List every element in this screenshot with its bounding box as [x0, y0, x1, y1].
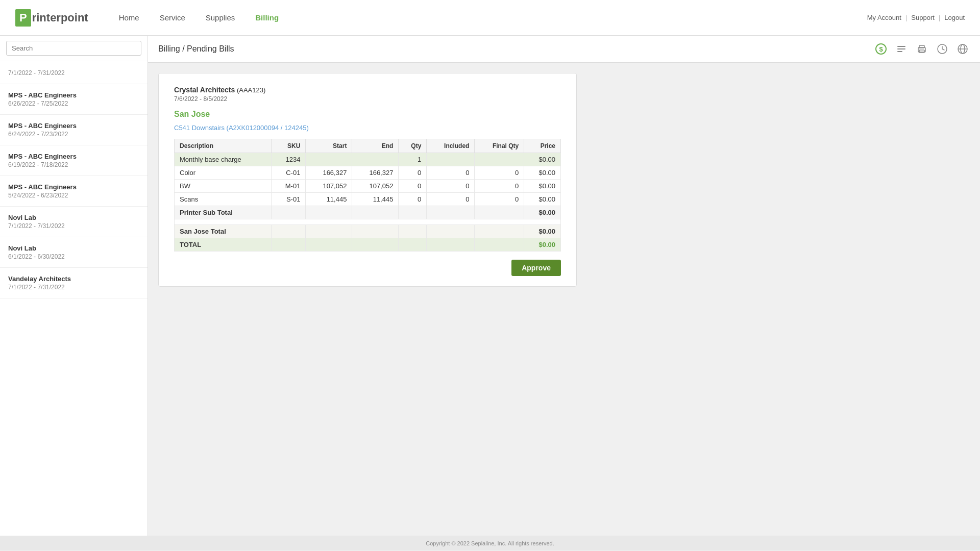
list-item[interactable]: Novi Lab 6/1/2022 - 6/30/2022 [0, 237, 148, 268]
svg-rect-2 [897, 46, 905, 47]
item-date: 6/24/2022 - 7/23/2022 [8, 131, 139, 138]
table-header-row: Description SKU Start End Qty Included F… [175, 139, 561, 153]
nav-billing[interactable]: Billing [255, 13, 279, 22]
col-description: Description [175, 139, 272, 153]
table-row: Monthly base charge12341$0.00 [175, 153, 561, 166]
header-icons: $ [874, 42, 970, 56]
item-title: MPS - ABC Engineers [8, 122, 139, 130]
item-title: Novi Lab [8, 214, 139, 221]
col-included: Included [427, 139, 475, 153]
list-item[interactable]: Vandelay Architects 7/1/2022 - 7/31/2022 [0, 268, 148, 298]
col-start: Start [306, 139, 352, 153]
location-title: San Jose [174, 110, 561, 119]
svg-rect-7 [919, 50, 924, 53]
san-jose-total-row: San Jose Total$0.00 [175, 225, 561, 238]
list-item[interactable]: MPS - ABC Engineers 6/24/2022 - 7/23/202… [0, 115, 148, 145]
svg-rect-3 [897, 48, 905, 49]
nav-service[interactable]: Service [160, 13, 185, 22]
item-title: MPS - ABC Engineers [8, 183, 139, 191]
company-id-text: (AAA123) [237, 86, 265, 94]
printer-link[interactable]: C541 Downstairs (A2XK012000094 / 124245) [174, 124, 309, 132]
col-final-qty: Final Qty [475, 139, 524, 153]
list-item[interactable]: MPS - ABC Engineers 6/26/2022 - 7/25/202… [0, 84, 148, 115]
billing-table: Description SKU Start End Qty Included F… [174, 139, 561, 252]
nav-separator-1: | [905, 14, 907, 21]
table-row: ColorC-01166,327166,327000$0.00 [175, 166, 561, 180]
item-title: Novi Lab [8, 244, 139, 252]
approve-area: Approve [174, 260, 561, 276]
list-item[interactable]: 7/1/2022 - 7/31/2022 [0, 61, 148, 84]
logout-link[interactable]: Logout [944, 14, 965, 21]
company-name: Crystal Architects [174, 86, 235, 94]
logo-icon: P [15, 9, 31, 27]
item-date: 7/1/2022 - 7/31/2022 [8, 69, 139, 77]
page-wrapper: 7/1/2022 - 7/31/2022 MPS - ABC Engineers… [0, 36, 980, 536]
list-icon[interactable] [894, 42, 909, 56]
list-item[interactable]: Novi Lab 7/1/2022 - 7/31/2022 [0, 207, 148, 237]
table-row: BWM-01107,052107,052000$0.00 [175, 180, 561, 193]
logo[interactable]: P rinterpoint [15, 9, 88, 27]
col-qty: Qty [399, 139, 427, 153]
item-date: 5/24/2022 - 6/23/2022 [8, 192, 139, 199]
nav-home[interactable]: Home [119, 13, 139, 22]
item-date: 6/19/2022 - 7/18/2022 [8, 161, 139, 168]
svg-text:$: $ [879, 45, 883, 53]
item-title: MPS - ABC Engineers [8, 153, 139, 160]
list-item[interactable]: MPS - ABC Engineers 6/19/2022 - 7/18/202… [0, 145, 148, 176]
billing-area: Crystal Architects (AAA123) 7/6/2022 - 8… [148, 63, 980, 297]
spacer-row [175, 219, 561, 225]
dollar-icon[interactable]: $ [874, 42, 888, 56]
approve-button[interactable]: Approve [511, 260, 561, 276]
support-link[interactable]: Support [911, 14, 935, 21]
item-date: 7/1/2022 - 7/31/2022 [8, 222, 139, 230]
svg-rect-6 [919, 45, 924, 48]
item-date: 6/1/2022 - 6/30/2022 [8, 253, 139, 260]
globe-icon[interactable] [955, 42, 970, 56]
search-input[interactable] [6, 41, 141, 56]
logo-wordmark: rinterpoint [32, 11, 88, 24]
item-title: MPS - ABC Engineers [8, 91, 139, 99]
copyright-text: Copyright © 2022 Sepialine, Inc. All rig… [426, 540, 554, 546]
page-header: Billing / Pending Bills $ [148, 36, 980, 63]
sidebar: 7/1/2022 - 7/31/2022 MPS - ABC Engineers… [0, 36, 148, 536]
col-end: End [352, 139, 399, 153]
page-title: Billing / Pending Bills [158, 44, 234, 54]
grand-total-row: TOTAL$0.00 [175, 238, 561, 252]
subtotal-row: Printer Sub Total$0.00 [175, 206, 561, 219]
item-date: 7/1/2022 - 7/31/2022 [8, 284, 139, 291]
nav-separator-2: | [939, 14, 940, 21]
main-content: Billing / Pending Bills $ [148, 36, 980, 536]
list-item[interactable]: MPS - ABC Engineers 5/24/2022 - 6/23/202… [0, 176, 148, 207]
nav-supplies[interactable]: Supplies [206, 13, 235, 22]
my-account-link[interactable]: My Account [867, 14, 901, 21]
item-date: 6/26/2022 - 7/25/2022 [8, 100, 139, 107]
item-title: Vandelay Architects [8, 275, 139, 283]
company-info: Crystal Architects (AAA123) 7/6/2022 - 8… [174, 86, 561, 103]
printer-icon[interactable] [915, 42, 929, 56]
col-price: Price [524, 139, 561, 153]
nav-user-area: My Account | Support | Logout [867, 14, 965, 21]
bill-date-range: 7/6/2022 - 8/5/2022 [174, 95, 561, 103]
svg-rect-4 [897, 51, 902, 52]
table-row: ScansS-0111,44511,445000$0.00 [175, 193, 561, 206]
billing-card: Crystal Architects (AAA123) 7/6/2022 - 8… [158, 73, 577, 287]
footer: Copyright © 2022 Sepialine, Inc. All rig… [0, 536, 980, 550]
top-navigation: P rinterpoint Home Service Supplies Bill… [0, 0, 980, 36]
sidebar-search-area [0, 36, 148, 61]
col-sku: SKU [271, 139, 306, 153]
history-icon[interactable] [935, 42, 949, 56]
main-nav: Home Service Supplies Billing [119, 13, 867, 22]
